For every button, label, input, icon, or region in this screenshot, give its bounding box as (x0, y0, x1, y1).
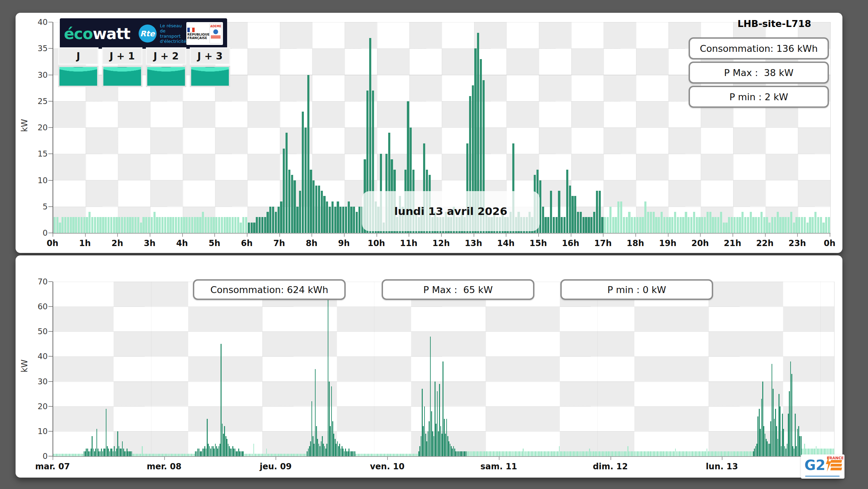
bar (494, 451, 495, 456)
bar (116, 449, 117, 456)
bar (199, 217, 201, 233)
forecast-tile-j3[interactable]: J + 3 (190, 47, 230, 87)
x-tick-mark (571, 234, 571, 237)
bar (65, 454, 66, 456)
weekly-chart-card: 010203040506070mar. 07mer. 08jeu. 09ven.… (16, 255, 842, 478)
bar (347, 451, 348, 456)
bar (696, 217, 698, 233)
bar (740, 451, 741, 456)
bar (794, 449, 795, 456)
bar (448, 441, 449, 456)
bar (243, 451, 244, 456)
bar (318, 444, 319, 456)
bar (196, 217, 198, 233)
bar (812, 217, 814, 233)
bar (660, 451, 661, 456)
bar (390, 454, 391, 456)
bar (577, 451, 578, 456)
bar (698, 451, 699, 456)
bar (767, 441, 768, 456)
bar (581, 451, 582, 456)
bar (282, 454, 283, 456)
bar (307, 451, 308, 456)
bar (695, 451, 696, 456)
bar (678, 451, 679, 456)
bar (274, 454, 275, 456)
bar (318, 186, 320, 233)
bar (723, 451, 724, 456)
y-tick-label: 70 (23, 277, 48, 286)
bar (588, 217, 590, 233)
bar (133, 454, 134, 456)
bar (679, 451, 680, 456)
bar (558, 451, 559, 456)
bar (155, 454, 156, 456)
bar (790, 212, 792, 233)
x-tick-label: 14h (497, 238, 514, 248)
bar (454, 449, 455, 456)
bar (585, 217, 587, 233)
bar (85, 451, 86, 456)
bar (743, 451, 744, 456)
bar (225, 436, 226, 456)
bar (655, 217, 657, 233)
bar (122, 441, 123, 456)
bar (303, 454, 304, 456)
y-tick-label: 60 (23, 302, 48, 311)
bar (350, 451, 351, 456)
bar (804, 217, 806, 233)
bar (286, 454, 287, 456)
bar (682, 217, 684, 233)
bar (709, 451, 710, 456)
bar (426, 441, 427, 456)
bar (224, 426, 225, 456)
bar (220, 444, 221, 456)
bar (125, 451, 127, 456)
x-tick-mark (214, 234, 215, 237)
bar (368, 454, 369, 456)
bar (229, 217, 231, 233)
bar (293, 454, 294, 456)
bar (596, 451, 597, 456)
bar (766, 439, 767, 457)
y-tick-mark (48, 48, 53, 49)
y-axis-unit-weekly: kW (20, 356, 29, 376)
bar (58, 454, 59, 456)
bar (568, 451, 569, 456)
republique-line: FRANÇAISE (187, 36, 209, 40)
bar (450, 444, 451, 456)
bar (146, 454, 147, 456)
y-tick-label: 25 (23, 97, 48, 106)
bar (674, 451, 675, 456)
x-tick-mark (700, 234, 701, 237)
x-tick-mark (499, 457, 500, 460)
x-tick-mark (311, 234, 312, 237)
bar (692, 451, 693, 456)
bar (418, 451, 419, 456)
bar (546, 451, 547, 456)
bar (771, 217, 773, 233)
bar (354, 451, 355, 456)
bar (779, 217, 781, 233)
bar (682, 451, 683, 456)
bar (167, 454, 168, 456)
bar (523, 449, 524, 456)
bar (201, 451, 202, 456)
bar (623, 451, 624, 456)
bar (230, 449, 231, 456)
bar (202, 449, 203, 456)
ecowatt-banner: écowatt Rte Le réseau de transport d'éle… (60, 18, 227, 49)
bar (636, 217, 638, 233)
forecast-tile-j1[interactable]: J + 1 (102, 47, 142, 87)
bar (755, 446, 756, 456)
bar (431, 411, 432, 456)
bar (172, 454, 173, 456)
bar (769, 444, 770, 456)
bar (566, 170, 568, 233)
bar (321, 191, 323, 233)
forecast-tile-j2[interactable]: J + 2 (146, 47, 186, 87)
bar (311, 401, 312, 456)
forecast-tile-j[interactable]: J (58, 47, 99, 87)
bar (609, 451, 610, 456)
bar (114, 446, 115, 456)
